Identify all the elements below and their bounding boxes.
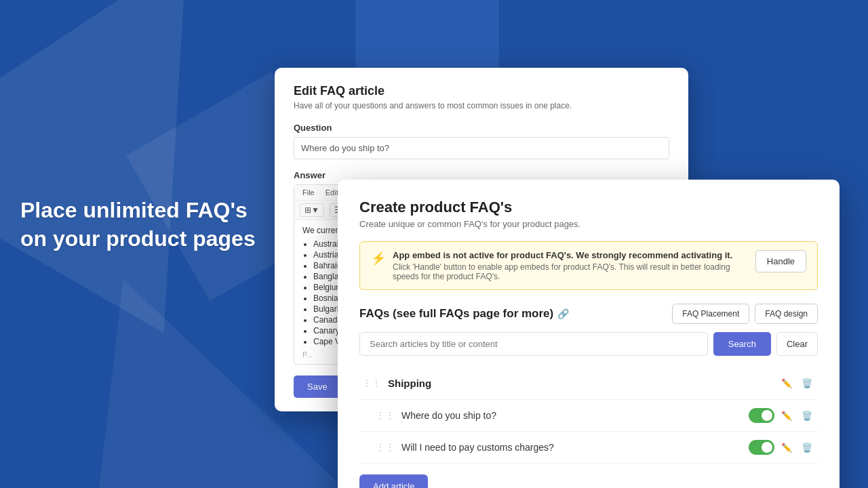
hero-line1: Place unlimited FAQ's — [20, 198, 248, 222]
warning-texts: App embed is not active for product FAQ'… — [393, 250, 747, 281]
faq-section-title-wrap: FAQs (see full FAQs page for more) 🔗 — [359, 307, 569, 321]
faq-item-left-1: ⋮⋮ Where do you ship to? — [376, 410, 496, 421]
search-row: Search Clear — [359, 332, 818, 356]
faq-main-window: Create product FAQ's Create unique or co… — [338, 180, 840, 488]
faq-list: ⋮⋮ Shipping ✏️ 🗑️ ⋮⋮ Where do you ship t… — [359, 367, 818, 464]
edit-item-2-btn[interactable]: ✏️ — [778, 439, 795, 455]
warning-banner: ⚡ App embed is not active for product FA… — [359, 241, 818, 290]
drag-handle-item-1[interactable]: ⋮⋮ — [376, 410, 395, 421]
delete-item-1-btn[interactable]: 🗑️ — [799, 407, 815, 424]
faq-item-actions-1: ✏️ 🗑️ — [749, 407, 815, 424]
faq-placement-button[interactable]: FAQ Placement — [672, 304, 749, 324]
faq-item-actions-2: ✏️ 🗑️ — [749, 439, 815, 455]
faq-group-left: ⋮⋮ Shipping — [362, 378, 431, 389]
faq-header-buttons: FAQ Placement FAQ design — [672, 304, 818, 324]
drag-handle-shipping[interactable]: ⋮⋮ — [362, 378, 381, 388]
warning-sub-text: Click 'Handle' button to enable app embe… — [393, 262, 747, 281]
answer-label: Answer — [294, 170, 669, 180]
editor-icon-table[interactable]: ⊞▼ — [300, 203, 324, 217]
question-input[interactable] — [294, 137, 669, 159]
hero-line2: on your product pages — [20, 226, 256, 251]
edit-group-shipping-btn[interactable]: ✏️ — [778, 375, 795, 391]
hero-text: Place unlimited FAQ's on your product pa… — [20, 197, 256, 253]
link-icon[interactable]: 🔗 — [557, 308, 569, 319]
save-button[interactable]: Save — [294, 375, 341, 398]
faq-item-ship-to: ⋮⋮ Where do you ship to? ✏️ 🗑️ — [359, 400, 818, 432]
faq-group-name-shipping: Shipping — [388, 378, 431, 389]
faq-item-text-1: Where do you ship to? — [401, 410, 496, 421]
question-label: Question — [294, 123, 669, 133]
handle-button[interactable]: Handle — [755, 250, 806, 272]
clear-button[interactable]: Clear — [776, 332, 818, 356]
faq-group-shipping: ⋮⋮ Shipping ✏️ 🗑️ — [359, 367, 818, 400]
delete-group-shipping-btn[interactable]: 🗑️ — [799, 375, 815, 391]
warning-icon: ⚡ — [371, 251, 386, 266]
faq-main-subtitle: Create unique or common FAQ's for your p… — [359, 219, 818, 229]
edit-item-1-btn[interactable]: ✏️ — [778, 407, 795, 424]
toolbar-file[interactable]: File — [300, 188, 317, 197]
warning-main-text: App embed is not active for product FAQ'… — [393, 250, 747, 260]
search-input-wrap — [359, 332, 708, 356]
faq-main-title: Create product FAQ's — [359, 199, 818, 216]
toggle-item-1[interactable] — [749, 408, 774, 423]
faq-section-header: FAQs (see full FAQs page for more) 🔗 FAQ… — [359, 304, 818, 324]
group-actions-shipping: ✏️ 🗑️ — [778, 375, 815, 391]
delete-item-2-btn[interactable]: 🗑️ — [799, 439, 815, 455]
search-input[interactable] — [359, 332, 708, 356]
warning-content: ⚡ App embed is not active for product FA… — [371, 250, 747, 281]
edit-faq-subtitle: Have all of your questions and answers t… — [294, 101, 669, 110]
toggle-item-2[interactable] — [749, 440, 774, 455]
faq-design-button[interactable]: FAQ design — [755, 304, 818, 324]
search-button[interactable]: Search — [713, 332, 771, 356]
faq-item-left-2: ⋮⋮ Will I need to pay customs charges? — [376, 442, 554, 453]
faq-item-text-2: Will I need to pay customs charges? — [401, 442, 554, 453]
edit-faq-title: Edit FAQ article — [294, 84, 669, 98]
faq-item-customs: ⋮⋮ Will I need to pay customs charges? ✏… — [359, 432, 818, 464]
faq-section-title-text: FAQs (see full FAQs page for more) — [359, 307, 553, 321]
add-article-button[interactable]: Add article — [359, 474, 428, 488]
drag-handle-item-2[interactable]: ⋮⋮ — [376, 442, 395, 453]
